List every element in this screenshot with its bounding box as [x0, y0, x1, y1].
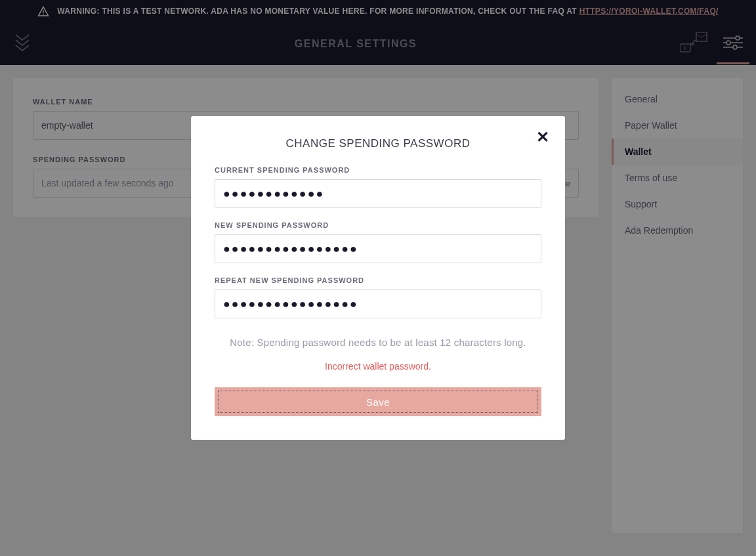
modal-error: Incorrect wallet password.	[215, 361, 541, 372]
modal-note: Note: Spending password needs to be at l…	[215, 337, 541, 348]
close-icon[interactable]: ✕	[536, 129, 549, 145]
change-password-modal: ✕ CHANGE SPENDING PASSWORD CURRENT SPEND…	[191, 116, 565, 440]
save-button[interactable]: Save	[215, 387, 541, 416]
current-password-label: CURRENT SPENDING PASSWORD	[215, 166, 541, 174]
current-password-input[interactable]	[215, 179, 541, 208]
new-password-input[interactable]	[215, 234, 541, 263]
repeat-password-input[interactable]	[215, 289, 541, 318]
repeat-password-group: REPEAT NEW SPENDING PASSWORD	[215, 276, 541, 318]
new-password-label: NEW SPENDING PASSWORD	[215, 221, 541, 229]
new-password-group: NEW SPENDING PASSWORD	[215, 221, 541, 263]
modal-title: CHANGE SPENDING PASSWORD	[215, 137, 541, 150]
current-password-group: CURRENT SPENDING PASSWORD	[215, 166, 541, 208]
modal-overlay: ✕ CHANGE SPENDING PASSWORD CURRENT SPEND…	[0, 0, 756, 556]
repeat-password-label: REPEAT NEW SPENDING PASSWORD	[215, 276, 541, 284]
